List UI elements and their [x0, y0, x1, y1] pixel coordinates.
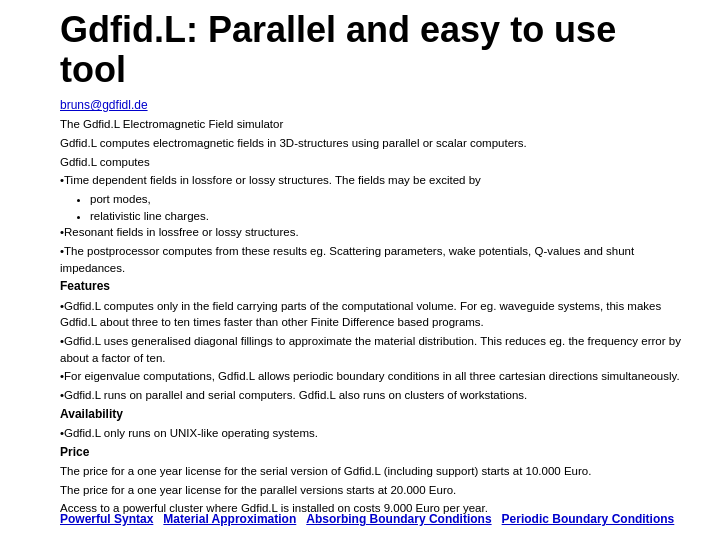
feature2: •Gdfid.L uses generalised diagonal filli…: [60, 333, 690, 366]
periodic-bc-link[interactable]: Periodic Boundary Conditions: [502, 512, 675, 526]
excitation-list: port modes, relativistic line charges.: [90, 191, 690, 224]
powerful-syntax-link[interactable]: Powerful Syntax: [60, 512, 153, 526]
material-approximation-link[interactable]: Material Approximation: [163, 512, 296, 526]
time-dep-line: •Time dependent fields in lossfore or lo…: [60, 172, 690, 189]
price-header: Price: [60, 444, 690, 461]
resonant-line: •Resonant fields in lossfree or lossy st…: [60, 224, 690, 241]
content-area: The Gdfid.L Electromagnetic Field simula…: [60, 116, 690, 517]
intro-line2: Gdfid.L computes electromagnetic fields …: [60, 135, 690, 152]
page-title: Gdfid.L: Parallel and easy to use tool: [60, 10, 690, 89]
price-line2: The price for a one year license for the…: [60, 482, 690, 499]
intro-line3: Gdfid.L computes: [60, 154, 690, 171]
availability1: •Gdfid.L only runs on UNIX-like operatin…: [60, 425, 690, 442]
feature4: •Gdfid.L runs on parallel and serial com…: [60, 387, 690, 404]
feature1: •Gdfid.L computes only in the field carr…: [60, 298, 690, 331]
price-line1: The price for a one year license for the…: [60, 463, 690, 480]
bullet-port-modes: port modes,: [90, 191, 690, 208]
intro-line1: The Gdfid.L Electromagnetic Field simula…: [60, 116, 690, 133]
email-link[interactable]: bruns@gdfidl.de: [60, 98, 148, 112]
absorbing-bc-link[interactable]: Absorbing Boundary Conditions: [306, 512, 491, 526]
features-header: Features: [60, 278, 690, 295]
postproc-line: •The postprocessor computes from these r…: [60, 243, 690, 276]
feature3: •For eigenvalue computations, Gdfid.L al…: [60, 368, 690, 385]
bottom-links-bar: Powerful Syntax Material Approximation A…: [60, 512, 674, 526]
availability-header: Availability: [60, 406, 690, 423]
bullet-line-charges: relativistic line charges.: [90, 208, 690, 225]
page-container: Gdfid.L: Parallel and easy to use tool b…: [0, 0, 720, 540]
